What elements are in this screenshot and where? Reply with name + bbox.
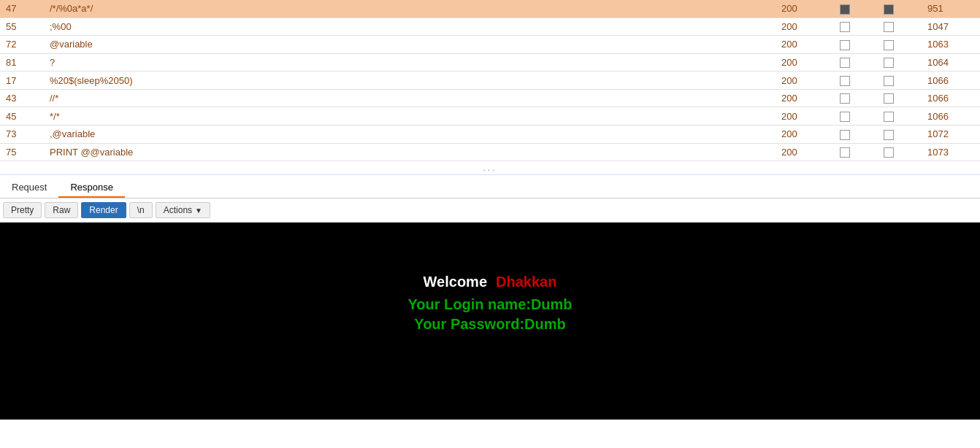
row-check1[interactable] <box>834 0 878 18</box>
row-check1[interactable] <box>834 107 878 125</box>
row-id: 72 <box>0 36 44 54</box>
checkbox1[interactable] <box>840 76 850 86</box>
table-row[interactable]: 47 /*/%0a*a*/ 200 951 <box>0 0 980 18</box>
row-payload: ? <box>44 53 776 72</box>
row-code: 200 <box>776 0 834 18</box>
table-row[interactable]: 17 %20$(sleep%2050) 200 1066 <box>0 72 980 90</box>
render-button[interactable]: Render <box>81 202 126 218</box>
table-row[interactable]: 81 ? 200 1064 <box>0 53 980 72</box>
row-check1[interactable] <box>834 18 878 36</box>
table-row[interactable]: 73 ,@variable 200 1072 <box>0 125 980 143</box>
row-code: 200 <box>776 53 834 72</box>
row-payload: */* <box>44 107 776 125</box>
row-check2[interactable] <box>878 89 922 107</box>
row-id: 47 <box>0 0 44 18</box>
row-check2[interactable] <box>878 143 922 161</box>
row-payload: PRINT @@variable <box>44 143 776 161</box>
checkbox1[interactable] <box>840 93 850 104</box>
row-code: 200 <box>776 72 834 90</box>
checkbox2[interactable] <box>884 130 894 140</box>
checkbox2[interactable] <box>884 22 894 32</box>
checkbox1[interactable] <box>840 40 850 50</box>
row-id: 73 <box>0 125 44 143</box>
row-check1[interactable] <box>834 125 878 143</box>
row-code: 200 <box>776 89 834 107</box>
divider-dots: ... <box>0 161 980 175</box>
bottom-area <box>0 383 980 420</box>
row-code: 200 <box>776 125 834 143</box>
pretty-button[interactable]: Pretty <box>3 202 42 218</box>
row-id: 43 <box>0 89 44 107</box>
checkbox2[interactable] <box>884 147 894 158</box>
row-check1[interactable] <box>834 53 878 72</box>
checkbox1[interactable] <box>840 112 850 122</box>
row-payload: /*/%0a*a*/ <box>44 0 776 18</box>
row-size: 1066 <box>922 72 980 90</box>
row-payload: ,@variable <box>44 125 776 143</box>
checkbox2[interactable] <box>884 112 894 122</box>
row-size: 1064 <box>922 53 980 72</box>
row-check2[interactable] <box>878 18 922 36</box>
row-check1[interactable] <box>834 36 878 54</box>
row-payload: ;%00 <box>44 18 776 36</box>
payload-table: 47 /*/%0a*a*/ 200 951 55 ;%00 200 1047 7… <box>0 0 980 161</box>
row-size: 1066 <box>922 89 980 107</box>
checkbox1[interactable] <box>840 22 850 32</box>
checkbox1[interactable] <box>840 130 850 140</box>
toolbar-bar: Pretty Raw Render \n Actions ▼ <box>0 198 980 223</box>
render-area: Welcome Dhakkan Your Login name:Dumb You… <box>0 223 980 383</box>
password-line: Your Password:Dumb <box>414 316 565 333</box>
checkbox2[interactable] <box>884 93 894 104</box>
row-id: 17 <box>0 72 44 90</box>
row-check2[interactable] <box>878 107 922 125</box>
table-row[interactable]: 75 PRINT @@variable 200 1073 <box>0 143 980 161</box>
row-payload: @variable <box>44 36 776 54</box>
actions-label: Actions <box>164 205 192 215</box>
welcome-line: Welcome Dhakkan <box>424 274 557 290</box>
row-check1[interactable] <box>834 89 878 107</box>
row-id: 55 <box>0 18 44 36</box>
checkbox2[interactable] <box>884 4 894 15</box>
login-line: Your Login name:Dumb <box>407 296 572 313</box>
payload-table-section: 47 /*/%0a*a*/ 200 951 55 ;%00 200 1047 7… <box>0 0 980 161</box>
tab-response[interactable]: Response <box>58 178 125 198</box>
actions-button[interactable]: Actions ▼ <box>156 202 210 218</box>
row-code: 200 <box>776 36 834 54</box>
table-row[interactable]: 55 ;%00 200 1047 <box>0 18 980 36</box>
row-check2[interactable] <box>878 125 922 143</box>
row-code: 200 <box>776 143 834 161</box>
username-label: Dhakkan <box>496 274 556 290</box>
checkbox2[interactable] <box>884 58 894 68</box>
newline-button[interactable]: \n <box>129 202 153 218</box>
actions-arrow-icon: ▼ <box>195 206 202 215</box>
tab-request[interactable]: Request <box>0 178 58 198</box>
row-payload: %20$(sleep%2050) <box>44 72 776 90</box>
welcome-label: Welcome <box>424 274 487 290</box>
table-row[interactable]: 45 */* 200 1066 <box>0 107 980 125</box>
row-size: 951 <box>922 0 980 18</box>
row-check1[interactable] <box>834 72 878 90</box>
row-check1[interactable] <box>834 143 878 161</box>
row-size: 1066 <box>922 107 980 125</box>
row-payload: //* <box>44 89 776 107</box>
row-size: 1047 <box>922 18 980 36</box>
tabs-bar: Request Response <box>0 175 980 198</box>
checkbox1[interactable] <box>840 147 850 158</box>
row-size: 1063 <box>922 36 980 54</box>
row-size: 1073 <box>922 143 980 161</box>
row-check2[interactable] <box>878 0 922 18</box>
table-row[interactable]: 72 @variable 200 1063 <box>0 36 980 54</box>
row-id: 81 <box>0 53 44 72</box>
row-code: 200 <box>776 18 834 36</box>
checkbox1[interactable] <box>840 4 850 15</box>
row-check2[interactable] <box>878 72 922 90</box>
raw-button[interactable]: Raw <box>45 202 78 218</box>
checkbox2[interactable] <box>884 76 894 86</box>
row-id: 45 <box>0 107 44 125</box>
row-size: 1072 <box>922 125 980 143</box>
table-row[interactable]: 43 //* 200 1066 <box>0 89 980 107</box>
row-check2[interactable] <box>878 53 922 72</box>
checkbox1[interactable] <box>840 58 850 68</box>
row-check2[interactable] <box>878 36 922 54</box>
checkbox2[interactable] <box>884 40 894 50</box>
